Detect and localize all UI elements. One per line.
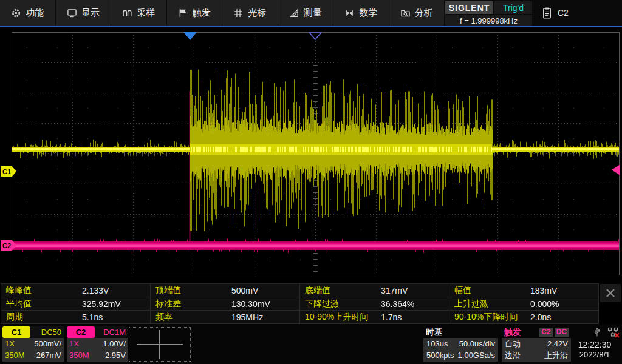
crosshair-icon <box>137 344 183 345</box>
channel2-descriptor-box[interactable]: C2 DC1M 1X1.00V/ 350M-2.95V <box>67 326 128 362</box>
measure-cell: 幅值183mV <box>449 283 599 297</box>
measure-label: 幅值 <box>449 285 530 296</box>
ruler-icon <box>289 8 299 18</box>
trigger-coupling-badge: DC <box>555 328 569 337</box>
trigger-level: 2.42V <box>547 338 568 349</box>
measure-value: 183mV <box>530 286 557 295</box>
channel1-descriptor-box[interactable]: C1 DC50 1X500mV/ 350M-267mV <box>2 326 64 362</box>
add-trace-slot[interactable] <box>129 327 191 362</box>
c2-channel-tab: C2 <box>67 326 95 338</box>
measurement-panel: 峰峰值2.133V 顶端值500mV 底端值317mV 幅值183mV 平均值3… <box>1 283 599 323</box>
sample-icon <box>122 8 132 18</box>
timebase-delay: 103us <box>426 338 448 349</box>
measure-cell: 周期5.1ns <box>1 310 151 324</box>
sample-rate: 1.00GSa/s <box>458 349 495 361</box>
c2-coupling: DC1M <box>95 326 128 338</box>
trigger-delay-marker[interactable] <box>183 32 197 41</box>
close-icon <box>606 288 615 298</box>
trigger-position-marker[interactable] <box>309 32 322 41</box>
measure-cell: 标准差130.30mV <box>150 297 300 311</box>
c1-offset: -267mV <box>33 349 61 361</box>
menu-item-acquire[interactable]: 采样 <box>111 0 167 26</box>
display-icon <box>67 8 77 18</box>
clock: 12:22:30 2022/8/1 <box>569 340 621 360</box>
trigger-mode: 自动 <box>505 338 521 349</box>
gear-icon <box>11 8 21 18</box>
cursor-grid-icon <box>233 8 244 18</box>
clock-time: 12:22:30 <box>569 340 621 350</box>
c1-scale: 500mV/ <box>34 338 61 349</box>
measure-cell: 90-10%下降时间2.0ns <box>449 310 599 324</box>
measure-value: 2.0ns <box>530 312 551 322</box>
measure-cell: 10-90%上升时间1.7ns <box>299 310 449 324</box>
trigger-level-marker[interactable] <box>611 164 621 176</box>
timebase-points: 500kpts <box>426 349 454 361</box>
trigger-title: 触发 <box>504 326 521 338</box>
measure-value: 0.000% <box>530 299 559 309</box>
menu: 功能 显示 采样 触发 <box>0 0 445 26</box>
frequency-counter: f = 1.999998kHz <box>445 15 532 26</box>
menu-item-trigger[interactable]: 触发 <box>167 0 223 26</box>
menu-item-analysis[interactable]: 分析 <box>389 0 445 26</box>
measure-value: 317mV <box>381 286 408 295</box>
c2-scale: 1.00V/ <box>103 338 126 349</box>
trigger-type: 边沿 <box>505 349 521 361</box>
measure-label: 底端值 <box>300 285 381 296</box>
measure-cell: 峰峰值2.133V <box>1 283 151 297</box>
lan-disconnected-icon[interactable] <box>607 327 620 338</box>
trigger-slope: 上升沿 <box>544 349 568 361</box>
measure-value: 36.364% <box>381 299 414 309</box>
measure-cell: 平均值325.92mV <box>1 297 151 311</box>
measure-value: 500mV <box>231 286 258 295</box>
measure-cell: 频率195MHz <box>150 310 300 324</box>
measure-label: 周期 <box>1 312 82 323</box>
measure-label: 标准差 <box>151 298 231 309</box>
measure-label: 下降过激 <box>300 298 381 309</box>
measure-label: 频率 <box>151 312 231 323</box>
measure-label: 10-90%上升时间 <box>300 312 381 323</box>
top-menu-bar: 功能 显示 采样 触发 <box>0 0 622 27</box>
menu-item-math[interactable]: 数学 <box>333 0 389 26</box>
trigger-box[interactable]: 触发 C2 DC 自动2.42V 边沿上升沿 <box>502 326 571 362</box>
measure-label: 上升过激 <box>449 298 530 309</box>
measure-label: 峰峰值 <box>1 285 82 296</box>
measure-label: 90-10%下降时间 <box>449 312 530 323</box>
measure-value: 195MHz <box>231 312 263 322</box>
measure-value: 1.7ns <box>381 312 402 322</box>
measure-label: 顶端值 <box>151 285 231 296</box>
c2-bandwidth: 350M <box>69 349 89 361</box>
menu-item-measure[interactable]: 测量 <box>278 0 334 26</box>
math-icon <box>344 8 355 18</box>
active-channel-label[interactable]: C2 <box>558 8 569 18</box>
measure-value: 2.133V <box>82 286 109 295</box>
bottom-status-bar: C1 DC50 1X500mV/ 350M-267mV C2 DC1M 1X1.… <box>0 324 622 364</box>
timebase-box[interactable]: 时基 103us50.0us/div 500kpts1.00GSa/s <box>423 326 498 362</box>
trigger-status-badge: Trig'd <box>494 1 532 14</box>
brand-logo: SIGLENT <box>445 1 493 14</box>
measure-value: 325.92mV <box>82 299 121 309</box>
analysis-icon <box>400 8 411 18</box>
measure-value: 130.30mV <box>231 299 270 309</box>
measure-cell: 底端值317mV <box>299 283 449 297</box>
timebase-title: 时基 <box>426 326 443 338</box>
measure-cell: 顶端值500mV <box>150 283 300 297</box>
measure-label: 平均值 <box>1 298 82 309</box>
trigger-source-badge: C2 <box>539 328 552 337</box>
clipboard-icon[interactable] <box>542 7 552 19</box>
measure-cell: 下降过激36.364% <box>299 297 449 311</box>
menu-item-utility[interactable]: 功能 <box>0 0 56 26</box>
flag-icon <box>178 8 188 18</box>
c2-offset: -2.95V <box>103 349 126 361</box>
c1-channel-tab: C1 <box>2 326 30 338</box>
c1-bandwidth: 350M <box>5 349 25 361</box>
usb-icon[interactable] <box>593 327 601 338</box>
clock-date: 2022/8/1 <box>569 350 621 360</box>
c1-probe: 1X <box>5 338 15 349</box>
c1-coupling: DC50 <box>30 326 64 338</box>
menu-item-display[interactable]: 显示 <box>56 0 112 26</box>
c2-probe: 1X <box>69 338 79 349</box>
measure-cell: 上升过激0.000% <box>449 297 599 311</box>
oscilloscope-screen: 功能 显示 采样 触发 <box>0 0 622 364</box>
measure-close-button[interactable] <box>600 284 621 302</box>
menu-item-cursors[interactable]: 光标 <box>222 0 278 26</box>
